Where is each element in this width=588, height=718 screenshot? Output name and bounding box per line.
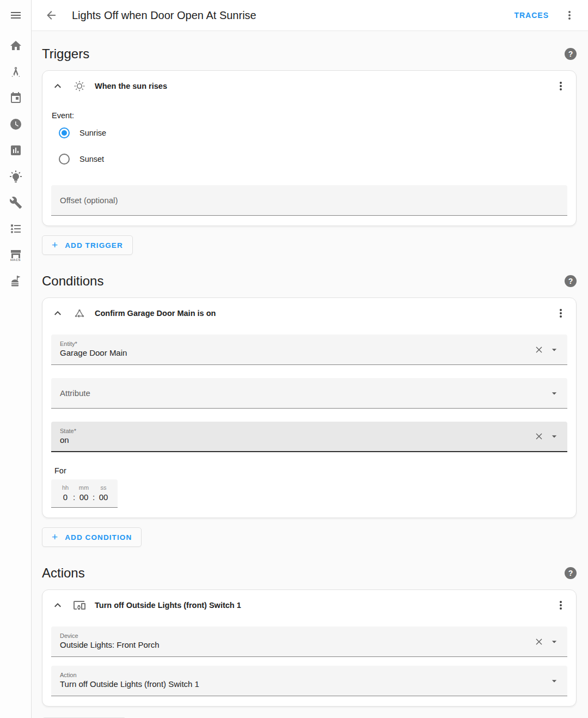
sidebar-item-overview[interactable] [0, 33, 32, 59]
devices-icon [73, 599, 86, 612]
action-field-label: Action [60, 672, 549, 678]
add-condition-label: ADD CONDITION [65, 533, 132, 541]
clear-icon[interactable] [534, 431, 544, 442]
sidebar-item-lights[interactable] [0, 163, 32, 190]
sidebar-item-history[interactable] [0, 111, 32, 137]
radio-button-sunset[interactable] [59, 154, 70, 165]
action-kebab-button[interactable] [554, 599, 567, 612]
hours-input[interactable]: 0 [60, 492, 71, 502]
offset-input-label: Offset (optional) [60, 196, 560, 204]
dropdown-caret-icon[interactable] [549, 431, 560, 442]
dropdown-caret-icon[interactable] [549, 344, 560, 355]
collapse-chevron-icon[interactable] [51, 80, 64, 93]
trigger-title: When the sun rises [95, 82, 546, 90]
entity-picker-field[interactable]: Entity* Garage Door Main [51, 334, 567, 365]
chart-box-icon [9, 144, 22, 157]
minutes-label: mm [77, 484, 90, 491]
sidebar-item-calendar[interactable] [0, 85, 32, 111]
action-field-value: Turn off Outside Lights (front) Switch 1 [60, 680, 549, 689]
actions-help-button[interactable]: ? [565, 567, 577, 579]
radio-option-sunset[interactable]: Sunset [51, 146, 567, 172]
condition-title: Confirm Garage Door Main is on [95, 309, 546, 318]
add-condition-button[interactable]: + ADD CONDITION [42, 527, 142, 547]
add-trigger-button[interactable]: + ADD TRIGGER [42, 235, 133, 255]
back-button[interactable] [45, 9, 58, 22]
triggers-heading: Triggers [42, 46, 89, 62]
page-title: Lights Off when Door Open At Sunrise [72, 9, 514, 22]
event-label: Event: [51, 111, 567, 120]
duration-input[interactable]: hh mm ss 0 : 00 : 00 [51, 479, 118, 508]
dropdown-caret-icon[interactable] [549, 636, 560, 647]
sidebar-item-statistics[interactable] [0, 137, 32, 163]
radio-label-sunrise: Sunrise [79, 129, 106, 137]
offset-input[interactable]: Offset (optional) [51, 185, 567, 216]
conditions-section-header: Conditions ? [42, 272, 577, 290]
drafting-compass-icon [9, 65, 22, 78]
overflow-menu-button[interactable] [563, 9, 576, 22]
sidebar-item-floorplan[interactable] [0, 59, 32, 85]
collapse-chevron-icon[interactable] [51, 307, 64, 320]
hacs-label: HACS [10, 258, 21, 261]
condition-kebab-button[interactable] [554, 307, 567, 320]
attribute-picker-field[interactable]: Attribute [51, 378, 567, 409]
triggers-help-button[interactable]: ? [565, 48, 577, 60]
radio-label-sunset: Sunset [79, 155, 104, 163]
time-separator: : [71, 492, 77, 502]
automation-editor: Triggers ? When the sun rises Event: Sun… [32, 31, 588, 718]
minutes-input[interactable]: 00 [77, 492, 90, 502]
action-title: Turn off Outside Lights (front) Switch 1 [95, 601, 546, 610]
trigger-card-header: When the sun rises [51, 71, 567, 101]
conditions-heading: Conditions [42, 273, 103, 289]
entity-field-value: Garage Door Main [60, 349, 534, 358]
seconds-label: ss [97, 484, 110, 491]
trigger-card: When the sun rises Event: Sunrise Sunset… [42, 70, 577, 226]
radio-button-sunrise[interactable] [59, 127, 70, 138]
dropdown-caret-icon[interactable] [549, 388, 560, 399]
state-picker-field[interactable]: State* on [51, 422, 567, 452]
wrench-icon [9, 196, 22, 209]
action-card: Turn off Outside Lights (front) Switch 1… [42, 589, 577, 707]
condition-card: Confirm Garage Door Main is on Entity* G… [42, 297, 577, 518]
lightbulb-on-icon [9, 170, 22, 183]
condition-card-header: Confirm Garage Door Main is on [51, 298, 567, 328]
plus-icon: + [52, 240, 58, 250]
state-field-value: on [60, 436, 534, 445]
app-bar: Lights Off when Door Open At Sunrise TRA… [32, 0, 588, 31]
device-field-label: Device [60, 633, 534, 639]
attribute-field-label: Attribute [60, 389, 549, 397]
device-field-value: Outside Lights: Front Porch [60, 641, 534, 650]
traces-button[interactable]: TRACES [514, 11, 549, 20]
collapse-chevron-icon[interactable] [51, 599, 64, 612]
sidebar-item-hacs[interactable]: HACS [0, 242, 32, 268]
sidebar-item-developer-tools[interactable] [0, 190, 32, 216]
action-picker-field[interactable]: Action Turn off Outside Lights (front) S… [51, 666, 567, 696]
sidebar-nav: HACS [0, 33, 31, 294]
triggers-section-header: Triggers ? [42, 45, 577, 63]
home-icon [9, 39, 22, 52]
radio-option-sunrise[interactable]: Sunrise [51, 120, 567, 146]
add-trigger-label: ADD TRIGGER [65, 241, 123, 250]
clear-icon[interactable] [534, 636, 544, 647]
list-bulleted-icon [9, 222, 22, 235]
sidebar-menu-button[interactable] [0, 0, 32, 31]
dropdown-caret-icon[interactable] [549, 676, 560, 686]
clock-icon [9, 118, 22, 131]
hours-label: hh [60, 484, 71, 491]
conditions-help-button[interactable]: ? [565, 275, 577, 287]
state-field-label: State* [60, 428, 534, 434]
sidebar-item-grocery[interactable] [0, 268, 32, 294]
burger-flag-icon [9, 275, 22, 288]
clear-icon[interactable] [534, 344, 544, 355]
plus-icon: + [52, 532, 58, 542]
trigger-kebab-button[interactable] [554, 80, 567, 93]
sun-icon [73, 80, 86, 93]
sidebar-item-todo[interactable] [0, 216, 32, 242]
device-picker-field[interactable]: Device Outside Lights: Front Porch [51, 626, 567, 657]
actions-section-header: Actions ? [42, 564, 577, 582]
state-condition-icon [73, 307, 86, 320]
hamburger-icon [9, 9, 22, 22]
action-card-header: Turn off Outside Lights (front) Switch 1 [51, 590, 567, 620]
seconds-input[interactable]: 00 [97, 492, 110, 502]
sidebar: HACS [0, 0, 32, 718]
actions-heading: Actions [42, 565, 85, 581]
